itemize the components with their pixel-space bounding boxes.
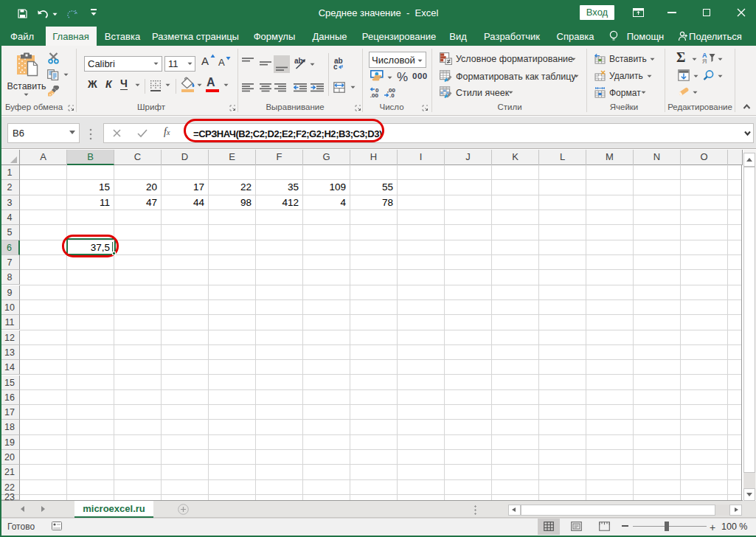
svg-text:c: c [333, 63, 338, 70]
svg-text:,00: ,00 [370, 92, 379, 98]
svg-text:,0: ,0 [389, 92, 395, 98]
svg-text:Я: Я [702, 58, 707, 64]
